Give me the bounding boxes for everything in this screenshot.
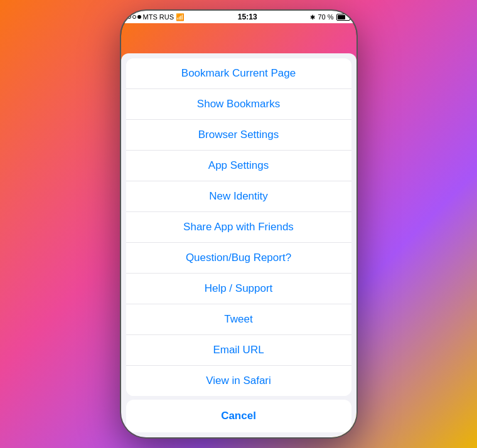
menu-item-label-browser-settings: Browser Settings	[198, 129, 279, 141]
signal-dot-3	[137, 15, 141, 19]
status-bar: MTS RUS 📶 15:13 ✱ 70 %	[121, 11, 356, 23]
menu-item-label-new-identity: New Identity	[209, 190, 268, 203]
menu-item-browser-settings[interactable]: Browser Settings	[126, 120, 351, 151]
menu-item-tweet[interactable]: Tweet	[126, 304, 351, 335]
battery-fill	[338, 15, 346, 19]
bluetooth-icon: ✱	[310, 14, 315, 21]
menu-item-label-email-url: Email URL	[213, 344, 264, 356]
battery-icon	[336, 14, 350, 21]
menu-item-label-view-safari: View in Safari	[206, 375, 271, 387]
menu-item-label-share-app: Share App with Friends	[183, 221, 294, 233]
status-left: MTS RUS 📶	[127, 13, 185, 21]
phone-content: Bookmark Current PageShow BookmarksBrows…	[121, 23, 356, 437]
menu-item-label-question-bug: Question/Bug Report?	[186, 252, 291, 264]
menu-item-label-help-support: Help / Support	[205, 282, 273, 295]
status-right: ✱ 70 %	[310, 13, 350, 21]
menu-item-question-bug[interactable]: Question/Bug Report?	[126, 243, 351, 274]
menu-item-label-show-bookmarks: Show Bookmarks	[197, 98, 280, 110]
cancel-button[interactable]: Cancel	[126, 400, 351, 432]
time-display: 15:13	[238, 13, 257, 21]
menu-item-view-safari[interactable]: View in Safari	[126, 366, 351, 396]
menu-item-show-bookmarks[interactable]: Show Bookmarks	[126, 89, 351, 120]
menu-list: Bookmark Current PageShow BookmarksBrows…	[126, 58, 351, 396]
menu-item-app-settings[interactable]: App Settings	[126, 151, 351, 181]
menu-item-new-identity[interactable]: New Identity	[126, 181, 351, 212]
menu-item-help-support[interactable]: Help / Support	[126, 274, 351, 304]
menu-item-email-url[interactable]: Email URL	[126, 335, 351, 366]
signal-icon	[127, 15, 141, 19]
menu-item-bookmark-current[interactable]: Bookmark Current Page	[126, 58, 351, 89]
signal-dot-2	[132, 15, 136, 19]
action-sheet: Bookmark Current PageShow BookmarksBrows…	[121, 53, 356, 437]
battery-percent: 70 %	[318, 13, 333, 21]
menu-item-label-bookmark-current: Bookmark Current Page	[181, 67, 296, 80]
menu-item-label-app-settings: App Settings	[208, 159, 269, 172]
wifi-icon: 📶	[176, 13, 185, 21]
menu-item-share-app[interactable]: Share App with Friends	[126, 212, 351, 243]
carrier-label: MTS RUS	[143, 13, 174, 21]
phone-frame: MTS RUS 📶 15:13 ✱ 70 % Bookmark Current …	[121, 11, 356, 437]
cancel-label: Cancel	[221, 410, 256, 422]
menu-item-label-tweet: Tweet	[224, 313, 252, 326]
signal-dot-1	[127, 15, 131, 19]
